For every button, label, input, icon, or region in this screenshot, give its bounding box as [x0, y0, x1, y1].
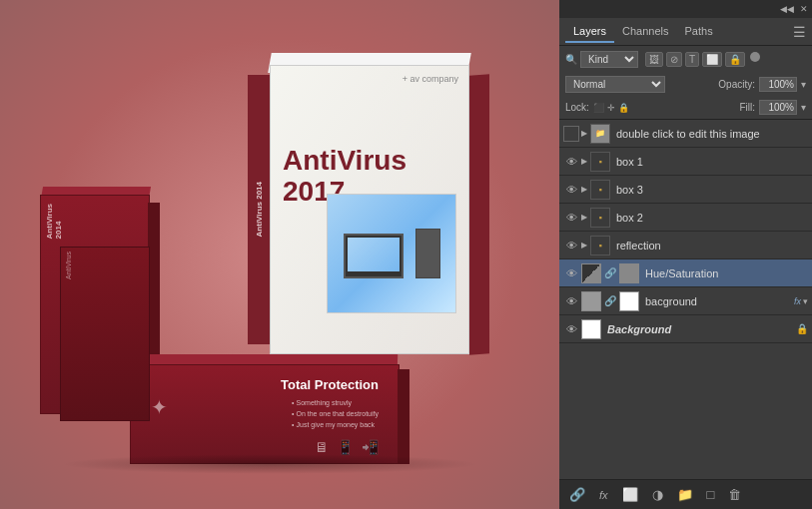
small-box-back: AntiVirus — [60, 247, 160, 426]
opacity-input[interactable] — [759, 77, 797, 92]
link-layers-button[interactable]: 🔗 — [565, 485, 589, 504]
folder-expand-arrow[interactable]: ▶ — [581, 213, 587, 222]
add-fx-button[interactable]: fx — [595, 487, 612, 503]
tab-paths[interactable]: Paths — [677, 21, 721, 43]
reflection-shadow — [60, 454, 479, 474]
layer-thumbnail: ▪ — [590, 152, 610, 172]
add-mask-button[interactable]: ⬜ — [618, 485, 642, 504]
layer-fx-badge: fx — [794, 296, 801, 306]
layer-thumbnail: 📁 — [590, 124, 610, 144]
table-row[interactable]: 👁 ▶ ▪ box 1 — [559, 148, 812, 176]
fill-label: Fill: — [739, 102, 755, 113]
layer-thumbnail — [581, 319, 601, 339]
small-box-text: AntiVirus2014 — [45, 204, 63, 239]
collapse-panel-button[interactable]: ◀◀ — [780, 4, 794, 14]
filter-toggle[interactable] — [750, 52, 760, 62]
lock-all-button[interactable]: 🔒 — [618, 103, 629, 113]
tower-shape — [415, 229, 440, 278]
table-row[interactable]: 👁 Background 🔒 — [559, 315, 812, 343]
opacity-label: Opacity: — [718, 79, 755, 90]
new-layer-button[interactable]: □ — [703, 485, 719, 504]
blend-mode-dropdown[interactable]: Normal Multiply Screen Overlay — [565, 76, 665, 93]
folder-expand-arrow[interactable]: ▶ — [581, 241, 587, 250]
layer-mask-thumbnail — [619, 291, 639, 311]
layer-visibility-eye[interactable]: 👁 — [563, 156, 579, 168]
opacity-dropdown-arrow[interactable]: ▾ — [801, 79, 806, 90]
fill-dropdown-arrow[interactable]: ▾ — [801, 102, 806, 113]
layer-name: box 2 — [612, 212, 808, 224]
table-row[interactable]: 👁 ▶ ▪ box 3 — [559, 176, 812, 204]
layer-thumbnail — [619, 263, 639, 283]
layer-thumbnail: ▪ — [590, 208, 610, 228]
layer-name: Hue/Saturation — [641, 267, 808, 279]
layer-visibility-eye[interactable]: 👁 — [563, 323, 579, 335]
big-box-side — [469, 74, 489, 355]
layer-visibility-eye[interactable]: 👁 — [563, 184, 579, 196]
tabs-row: Layers Channels Paths ☰ — [559, 18, 812, 46]
folder-expand-arrow[interactable]: ▶ — [581, 129, 587, 138]
folder-expand-arrow[interactable]: ▶ — [581, 157, 587, 166]
folder-expand-arrow[interactable]: ▶ — [581, 185, 587, 194]
long-box-icons: 🖥📱📲 — [315, 439, 379, 455]
layer-name: reflection — [612, 240, 808, 252]
filter-row: 🔍 Kind Name Effect Mode 🖼 ⊘ T ⬜ 🔒 — [559, 46, 812, 72]
layer-visibility-eye[interactable]: 👁 — [563, 240, 579, 252]
layer-mask-thumbnail — [581, 263, 601, 283]
filter-smart-button[interactable]: 🔒 — [725, 52, 745, 67]
table-row[interactable]: 👁 ▶ ▪ reflection — [559, 232, 812, 259]
bottom-toolbar: 🔗 fx ⬜ ◑ 📁 □ 🗑 — [559, 479, 812, 509]
layer-visibility-eye[interactable]: 👁 — [563, 295, 579, 307]
canvas-area: + av company AntiVirus2017 AntiVirus 201… — [0, 0, 559, 509]
new-group-button[interactable]: 📁 — [673, 485, 697, 504]
panels-area: ◀◀ ✕ Layers Channels Paths ☰ 🔍 Kind Name… — [559, 0, 812, 509]
layer-link-chain: 🔗 — [604, 295, 616, 306]
folder-icon: ▪ — [598, 157, 601, 167]
long-box-side — [398, 369, 409, 464]
lock-row: Lock: ⬛ ✛ 🔒 Fill: ▾ — [559, 96, 812, 120]
layer-thumbnail: ▪ — [590, 180, 610, 200]
panel-menu-button[interactable]: ☰ — [793, 24, 806, 40]
new-adjustment-button[interactable]: ◑ — [648, 485, 667, 504]
folder-icon: ▪ — [598, 241, 601, 251]
fill-input[interactable] — [759, 100, 797, 115]
filter-shape-button[interactable]: ⬜ — [702, 52, 722, 67]
folder-icon: ▪ — [598, 213, 601, 223]
tab-channels[interactable]: Channels — [614, 21, 676, 43]
layers-list: ▶ 📁 double click to edit this image 👁 ▶ … — [559, 120, 812, 479]
close-panel-button[interactable]: ✕ — [800, 4, 808, 14]
table-row[interactable]: 👁 🔗 Hue/Saturation — [559, 259, 812, 287]
filter-pixel-button[interactable]: 🖼 — [645, 52, 663, 67]
tab-layers[interactable]: Layers — [565, 21, 614, 43]
filter-type-button[interactable]: T — [685, 52, 699, 67]
kind-filter-dropdown[interactable]: Kind Name Effect Mode — [580, 51, 638, 68]
table-row[interactable]: 👁 🔗 bacground fx ▾ — [559, 287, 812, 315]
layer-visibility-eye[interactable]: 👁 — [563, 267, 579, 279]
long-box: Total Protection • Something struvly • O… — [130, 364, 409, 464]
long-box-subtitle: • Something struvly • On the one that de… — [292, 397, 379, 431]
filter-icons-row: 🖼 ⊘ T ⬜ 🔒 — [645, 52, 760, 67]
layer-name: Background — [603, 323, 792, 335]
lock-icons-group: ⬛ ✛ 🔒 — [593, 103, 629, 113]
filter-adjustment-button[interactable]: ⊘ — [666, 52, 682, 67]
visibility-checkbox[interactable] — [563, 126, 579, 142]
long-box-title: Total Protection — [281, 377, 379, 392]
layer-lock-icon: 🔒 — [796, 323, 808, 334]
search-icon: 🔍 — [565, 54, 577, 65]
layer-name: bacground — [641, 295, 790, 307]
table-row[interactable]: ▶ 📁 double click to edit this image — [559, 120, 812, 148]
big-box-front: + av company AntiVirus2017 — [270, 65, 469, 354]
layer-name: box 1 — [612, 156, 808, 168]
monitor-shape — [344, 234, 404, 278]
big-box-brand: + av company — [403, 74, 458, 84]
product-scene: + av company AntiVirus2017 AntiVirus 201… — [30, 35, 529, 474]
layer-visibility-eye[interactable]: 👁 — [563, 212, 579, 224]
table-row[interactable]: 👁 ▶ ▪ box 2 — [559, 204, 812, 232]
lock-position-button[interactable]: ✛ — [607, 103, 615, 113]
lock-pixels-button[interactable]: ⬛ — [593, 103, 604, 113]
computer-area — [327, 194, 456, 313]
layer-thumbnail: ▪ — [590, 236, 610, 255]
long-box-front: Total Protection • Something struvly • O… — [130, 364, 400, 464]
delete-layer-button[interactable]: 🗑 — [724, 485, 745, 504]
big-box: + av company AntiVirus2017 AntiVirus 201… — [270, 65, 489, 354]
layer-link-chain: 🔗 — [604, 267, 616, 278]
